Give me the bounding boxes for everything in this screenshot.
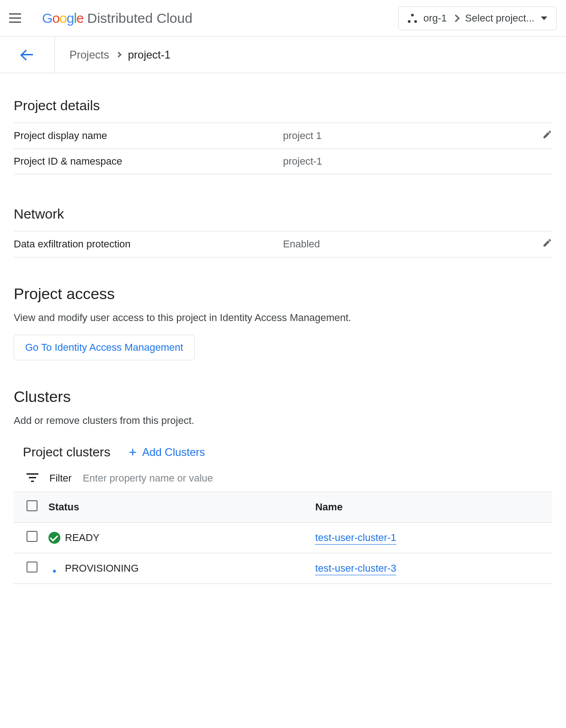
detail-row: Project ID & namespace project-1 [14, 149, 552, 174]
breadcrumb-current: project-1 [128, 48, 171, 61]
iam-button[interactable]: Go To Identity Access Management [14, 335, 195, 360]
column-status: Status [43, 492, 310, 523]
status-text: PROVISIONING [65, 562, 139, 574]
back-button[interactable] [0, 37, 55, 73]
project-details-table: Project display name project 1 Project I… [14, 123, 552, 174]
chevron-right-icon [452, 14, 460, 22]
chevron-right-icon [116, 52, 122, 58]
breadcrumb-parent[interactable]: Projects [69, 48, 109, 61]
product-name: Distributed Cloud [87, 11, 192, 26]
filter-row[interactable]: Filter Enter property name or value [14, 465, 552, 492]
network-title: Network [14, 206, 552, 222]
caret-down-icon [541, 16, 547, 20]
select-all-checkbox[interactable] [27, 500, 37, 511]
network-table: Data exfiltration protection Enabled [14, 231, 552, 257]
clusters-title: Clusters [14, 388, 552, 406]
subheader: Projects project-1 [0, 37, 566, 73]
filter-icon [27, 473, 38, 483]
menu-icon[interactable] [9, 11, 24, 26]
project-access-title: Project access [14, 285, 552, 303]
clusters-description: Add or remove clusters from this project… [14, 415, 552, 427]
filter-label: Filter [49, 472, 72, 484]
status-text: READY [65, 532, 100, 544]
status-ready-icon [48, 532, 60, 544]
cluster-link[interactable]: test-user-cluster-1 [315, 532, 396, 545]
detail-row: Project display name project 1 [14, 123, 552, 149]
add-clusters-label: Add Clusters [142, 446, 205, 459]
breadcrumb: Projects project-1 [55, 48, 171, 61]
detail-value: project-1 [283, 149, 529, 174]
detail-row: Data exfiltration protection Enabled [14, 231, 552, 257]
edit-icon[interactable] [542, 129, 552, 139]
detail-value: Enabled [283, 231, 529, 257]
brand: Google Distributed Cloud [42, 11, 192, 26]
project-details-title: Project details [14, 98, 552, 113]
detail-value: project 1 [283, 123, 529, 149]
status-provisioning-icon [48, 562, 60, 574]
filter-input[interactable]: Enter property name or value [83, 472, 213, 484]
edit-icon[interactable] [542, 238, 552, 248]
project-selector[interactable]: org-1 Select project... [398, 6, 557, 30]
project-selector-label: Select project... [465, 12, 534, 24]
detail-label: Data exfiltration protection [14, 231, 283, 257]
column-name: Name [310, 492, 552, 523]
clusters-subheader-row: Project clusters + Add Clusters [23, 445, 552, 460]
arrow-left-icon [21, 48, 34, 61]
org-icon [408, 14, 417, 23]
project-clusters-label: Project clusters [23, 445, 110, 460]
plus-icon: + [128, 445, 137, 459]
detail-label: Project ID & namespace [14, 149, 283, 174]
table-row: READY test-user-cluster-1 [14, 523, 552, 553]
row-checkbox[interactable] [27, 562, 37, 573]
project-access-description: View and modify user access to this proj… [14, 312, 552, 324]
cluster-link[interactable]: test-user-cluster-3 [315, 562, 396, 575]
row-checkbox[interactable] [27, 531, 37, 542]
table-row: PROVISIONING test-user-cluster-3 [14, 553, 552, 584]
top-bar: Google Distributed Cloud org-1 Select pr… [0, 0, 566, 37]
org-name: org-1 [423, 12, 447, 24]
google-logo: Google [42, 11, 84, 26]
clusters-table: Status Name READY test-user-cluster-1 [14, 492, 552, 584]
detail-label: Project display name [14, 123, 283, 149]
add-clusters-button[interactable]: + Add Clusters [128, 445, 205, 459]
